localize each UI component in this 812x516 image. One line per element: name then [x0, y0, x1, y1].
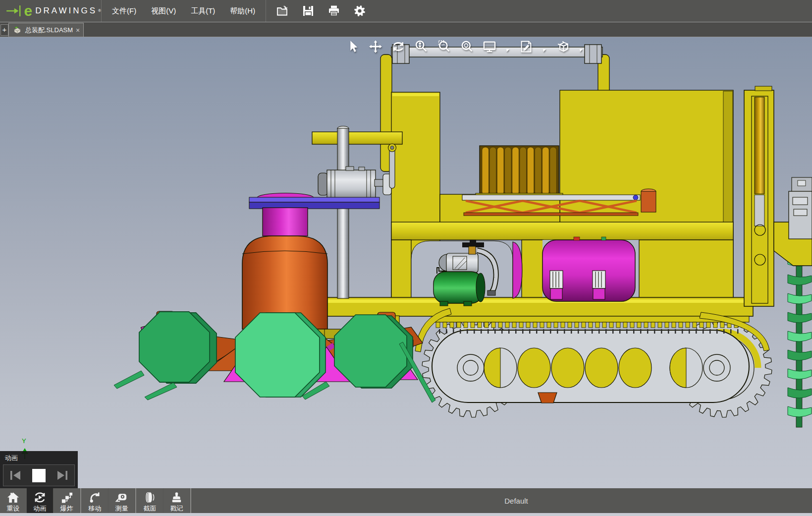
model-harvest-header [114, 311, 435, 402]
animation-controls [3, 464, 75, 486]
logo-text: DRAWINGS [35, 6, 97, 16]
zoom-tool-icon[interactable] [414, 40, 428, 54]
view-orientation-tool-icon[interactable] [556, 40, 570, 54]
pan-tool-icon[interactable] [369, 40, 382, 54]
logo-arrow-icon [5, 2, 22, 20]
section-button[interactable]: 截面 [137, 488, 163, 513]
menu-help[interactable]: 帮助(H) [222, 0, 263, 22]
reset-button[interactable]: 重设 [0, 488, 26, 513]
bottom-buttons: 重设动画爆炸移动测量截面戳记 [0, 488, 192, 513]
button-label: 爆炸 [60, 505, 73, 512]
settings-icon[interactable] [353, 4, 366, 17]
animation-panel: 动画 [0, 451, 78, 488]
menu-view[interactable]: 视图(V) [144, 0, 183, 22]
print-icon[interactable] [327, 4, 340, 17]
rotate-tool-icon[interactable] [391, 40, 405, 54]
bottom-toolbar: 重设动画爆炸移动测量截面戳记 Default [0, 488, 812, 513]
document-tab[interactable]: 总装配.SLDASM × [8, 23, 84, 37]
button-label: 重设 [7, 505, 20, 512]
view-orientation-dropdown-caret-icon[interactable] [579, 40, 584, 54]
button-label: 动画 [34, 505, 47, 512]
markup-dropdown-caret-icon[interactable] [542, 40, 547, 54]
full-screen-dropdown-caret-icon[interactable] [505, 40, 510, 54]
stamp-button[interactable]: 戳记 [163, 488, 190, 513]
logo-e: e [24, 3, 33, 18]
svg-text:Y: Y [22, 437, 26, 445]
menu-bar: e DRAWINGS ® 文件(F)视图(V)工具(T)帮助(H) [0, 0, 812, 22]
view-toolbar [346, 40, 584, 54]
menu-items: 文件(F)视图(V)工具(T)帮助(H) [102, 0, 266, 22]
full-screen-tool-icon[interactable] [483, 40, 496, 54]
open-file-icon[interactable] [276, 4, 289, 17]
toolbar-separator [80, 488, 81, 513]
taskbar-edge [0, 513, 812, 516]
tab-close-icon[interactable]: × [76, 27, 80, 34]
menu-file[interactable]: 文件(F) [105, 0, 144, 22]
previous-frame-button[interactable] [8, 468, 23, 483]
explode-icon [60, 491, 73, 504]
animation-icon [33, 491, 47, 504]
edrawings-window: e DRAWINGS ® 文件(F)视图(V)工具(T)帮助(H) + 总装配.… [0, 0, 812, 516]
save-icon[interactable] [302, 4, 315, 17]
button-label: 移动 [89, 505, 102, 512]
measure-icon [115, 491, 128, 504]
stamp-icon [170, 491, 183, 504]
toolbar-separator [190, 488, 191, 513]
button-label: 戳记 [170, 505, 183, 512]
section-icon [143, 491, 157, 504]
button-label: 测量 [115, 505, 128, 512]
animate-button[interactable]: 动画 [27, 488, 53, 513]
viewport-3d[interactable]: Y 动画 [0, 37, 812, 488]
move-button[interactable]: 移动 [82, 488, 108, 513]
home-icon [6, 491, 20, 504]
menu-tools[interactable]: 工具(T) [183, 0, 222, 22]
cad-model-tracked-harvester: Y [0, 37, 812, 488]
button-label: 截面 [144, 505, 157, 512]
tab-label: 总装配.SLDASM [25, 26, 73, 35]
app-logo: e DRAWINGS ® [0, 0, 101, 22]
configuration-label: Default [504, 488, 528, 513]
stop-button[interactable] [32, 469, 46, 482]
toolbar-separator [135, 488, 136, 513]
move-icon [88, 491, 102, 504]
markup-tool-icon[interactable] [519, 40, 533, 54]
quick-action-bar [266, 4, 366, 17]
zoom-window-tool-icon[interactable] [437, 40, 451, 54]
measure-button[interactable]: 测量 [108, 488, 135, 513]
explode-button[interactable]: 爆炸 [54, 488, 80, 513]
next-frame-button[interactable] [55, 468, 70, 483]
animation-panel-title: 动画 [5, 454, 78, 462]
assembly-document-icon [12, 26, 22, 35]
new-tab-button[interactable]: + [0, 24, 8, 36]
zoom-fit-tool-icon[interactable] [460, 40, 474, 54]
tab-bar: + 总装配.SLDASM × [0, 22, 812, 37]
select-tool-icon[interactable] [346, 40, 360, 54]
